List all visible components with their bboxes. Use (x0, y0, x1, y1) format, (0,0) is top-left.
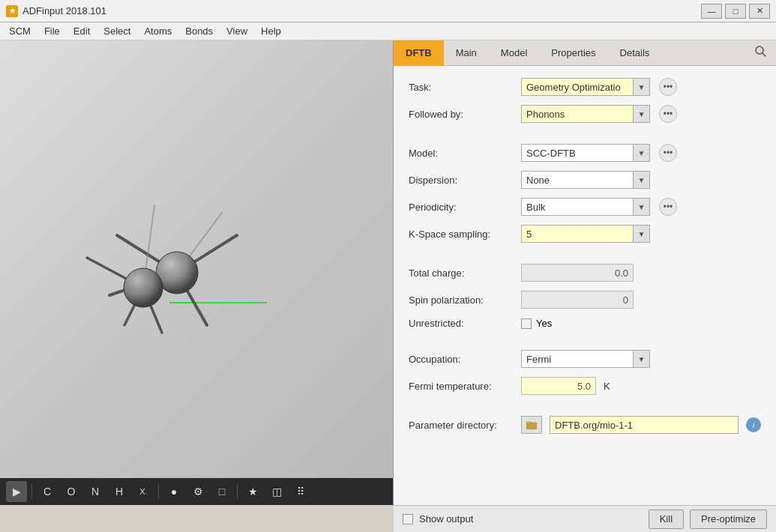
kspace-dropdown[interactable]: 5 (521, 225, 634, 243)
spin-polarization-row: Spin polarization: 0 (409, 291, 761, 309)
followed-by-arrow[interactable]: ▼ (634, 105, 650, 123)
model-dropdown[interactable]: SCC-DFTB (521, 144, 634, 162)
model-dropdown-arrow[interactable]: ▼ (634, 144, 650, 162)
toolbar: ▶ C O N H X. ● ⚙ □ ★ ◫ ⠿ (0, 478, 393, 505)
occupation-arrow[interactable]: ▼ (634, 350, 650, 368)
task-more-btn[interactable]: ••• (659, 78, 677, 96)
periodicity-dropdown[interactable]: Bulk (521, 198, 634, 216)
menu-item-scm[interactable]: SCM (3, 24, 37, 38)
tool-separator-1 (31, 484, 32, 499)
model-value: SCC-DFTB (526, 148, 576, 159)
minimize-button[interactable]: — (701, 4, 722, 19)
occupation-value: Fermi (526, 354, 551, 365)
svg-line-13 (763, 53, 766, 56)
param-dir-row: Parameter directory: DFTB.org/mio-1-1 i (409, 416, 761, 434)
task-dropdown-arrow[interactable]: ▼ (634, 78, 650, 96)
search-icon-btn[interactable] (746, 41, 776, 64)
menu-item-view[interactable]: View (220, 24, 253, 38)
right-panel: DFTB Main Model Properties Details Task: (394, 40, 776, 532)
section-gap-2 (409, 252, 761, 264)
titlebar-left: ★ ADFinput 2018.101 (6, 5, 106, 17)
followed-by-dropdown-wrapper: Phonons ▼ (521, 105, 650, 123)
menubar: SCMFileEditSelectAtomsBondsViewHelp (0, 22, 776, 40)
spin-polarization-control: 0 (521, 291, 761, 309)
hydrogen-tool-btn[interactable]: H (109, 481, 130, 502)
periodicity-value: Bulk (526, 202, 545, 213)
model-row: Model: SCC-DFTB ▼ ••• (409, 144, 761, 162)
task-control: Geometry Optimizatio ▼ ••• (521, 78, 761, 96)
unrestricted-checkbox-row: Yes (521, 318, 552, 329)
unrestricted-label: Unrestricted: (409, 318, 521, 329)
tab-main[interactable]: Main (444, 40, 489, 66)
tab-dftb[interactable]: DFTB (394, 40, 444, 66)
kill-button[interactable]: Kill (649, 510, 684, 529)
occupation-row: Occupation: Fermi ▼ (409, 350, 761, 368)
folder-browse-btn[interactable] (521, 416, 542, 434)
menu-item-bonds[interactable]: Bonds (179, 24, 219, 38)
fermi-temp-unit: K (604, 381, 610, 392)
menu-item-atoms[interactable]: Atoms (138, 24, 178, 38)
preoptimize-button[interactable]: Pre-optimize (690, 510, 767, 529)
section-gap-4 (409, 404, 761, 416)
show-output-checkbox[interactable] (403, 514, 413, 525)
titlebar: ★ ADFinput 2018.101 — □ ✕ (0, 0, 776, 22)
select-tool-btn[interactable]: ▶ (6, 481, 27, 502)
tab-details[interactable]: Details (608, 40, 662, 66)
main-content: ▶ C O N H X. ● ⚙ □ ★ ◫ ⠿ DFTB Main Model… (0, 40, 776, 532)
oxygen-tool-btn[interactable]: O (61, 481, 82, 502)
periodicity-row: Periodicity: Bulk ▼ ••• (409, 198, 761, 216)
tab-model[interactable]: Model (489, 40, 539, 66)
dots-tool-btn[interactable]: ⠿ (290, 481, 311, 502)
nitrogen-tool-btn[interactable]: N (85, 481, 106, 502)
task-label: Task: (409, 82, 521, 93)
followed-by-dropdown[interactable]: Phonons (521, 105, 634, 123)
unrestricted-checkbox[interactable] (521, 318, 532, 329)
info-icon-btn[interactable]: i (746, 417, 761, 432)
tab-properties[interactable]: Properties (539, 40, 607, 66)
fermi-temp-label: Fermi temperature: (409, 381, 521, 392)
carbon-tool-btn[interactable]: C (37, 481, 58, 502)
tool-separator-2 (158, 484, 159, 499)
occupation-dropdown-wrapper: Fermi ▼ (521, 350, 650, 368)
dispersion-value: None (526, 175, 550, 186)
settings-tool-btn[interactable]: ⚙ (187, 481, 208, 502)
followed-by-more-btn[interactable]: ••• (659, 105, 677, 123)
spin-polarization-input[interactable]: 0 (521, 291, 634, 309)
dispersion-row: Dispersion: None ▼ (409, 171, 761, 189)
followed-by-control: Phonons ▼ ••• (521, 105, 761, 123)
occupation-dropdown[interactable]: Fermi (521, 350, 634, 368)
fermi-temp-row: Fermi temperature: 5.0 K (409, 377, 761, 395)
periodicity-dropdown-wrapper: Bulk ▼ (521, 198, 650, 216)
app-icon: ★ (6, 5, 18, 17)
task-dropdown-wrapper: Geometry Optimizatio ▼ (521, 78, 650, 96)
custom-atom-btn[interactable]: X. (133, 481, 154, 502)
section-gap-3 (409, 338, 761, 350)
kspace-dropdown-wrapper: 5 ▼ (521, 225, 650, 243)
dispersion-control: None ▼ (521, 171, 761, 189)
model-more-btn[interactable]: ••• (659, 144, 677, 162)
circle-tool-btn[interactable]: ● (163, 481, 184, 502)
maximize-button[interactable]: □ (725, 4, 746, 19)
star-tool-btn[interactable]: ★ (242, 481, 263, 502)
grid-tool-btn[interactable]: ◫ (266, 481, 287, 502)
bottom-bar: Show output Kill Pre-optimize (394, 505, 776, 532)
task-dropdown[interactable]: Geometry Optimizatio (521, 78, 634, 96)
periodicity-more-btn[interactable]: ••• (659, 198, 677, 216)
frame-tool-btn[interactable]: □ (211, 481, 232, 502)
show-output-label: Show output (419, 513, 473, 525)
dispersion-dropdown[interactable]: None (521, 171, 634, 189)
menu-item-file[interactable]: File (38, 24, 66, 38)
kspace-arrow[interactable]: ▼ (634, 225, 650, 243)
spin-polarization-label: Spin polarization: (409, 294, 521, 306)
menu-item-select[interactable]: Select (97, 24, 136, 38)
menu-item-help[interactable]: Help (255, 24, 287, 38)
occupation-label: Occupation: (409, 354, 521, 365)
fermi-temp-input[interactable]: 5.0 (521, 377, 596, 395)
param-dir-input[interactable]: DFTB.org/mio-1-1 (550, 416, 739, 434)
menu-item-edit[interactable]: Edit (67, 24, 96, 38)
dispersion-arrow[interactable]: ▼ (634, 171, 650, 189)
periodicity-arrow[interactable]: ▼ (634, 198, 650, 216)
total-charge-input[interactable]: 0.0 (521, 264, 634, 282)
close-button[interactable]: ✕ (749, 4, 770, 19)
unrestricted-yes-label: Yes (536, 318, 552, 329)
